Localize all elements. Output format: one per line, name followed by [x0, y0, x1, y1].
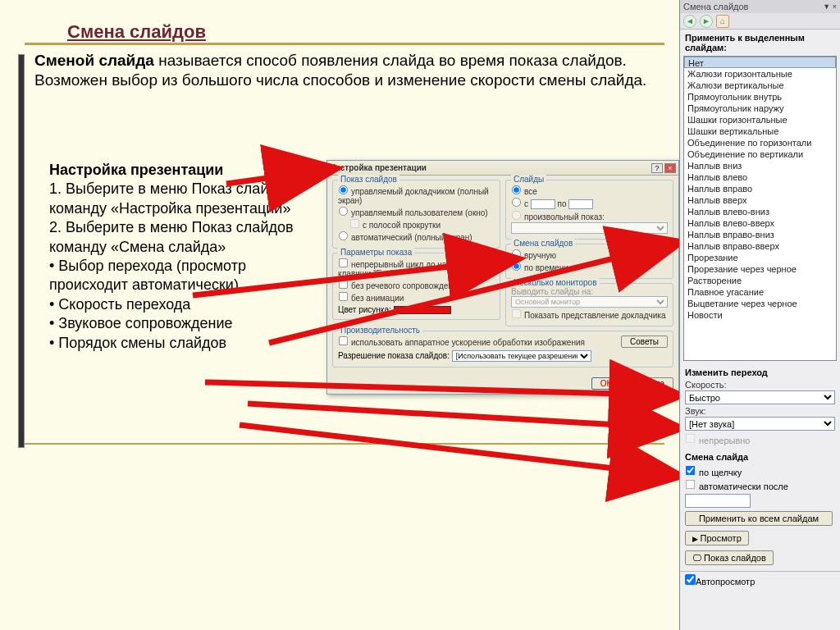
- page-title: Смена слайдов: [25, 21, 671, 43]
- fieldset-legend: Параметры показа: [338, 248, 414, 257]
- sound-select[interactable]: [Нет звука]: [685, 417, 835, 431]
- list-item[interactable]: Наплыв вправо-вниз: [684, 229, 836, 240]
- taskpane-dropdown-icon[interactable]: ▼ ×: [823, 2, 837, 11]
- resolution-select[interactable]: [Использовать текущее разрешение]: [452, 350, 591, 362]
- tips-button[interactable]: Советы: [621, 336, 668, 348]
- pen-color-swatch[interactable]: [394, 306, 451, 314]
- checkbox-loop-sound: непрерывно: [685, 436, 750, 445]
- apply-all-button[interactable]: Применить ко всем слайдам: [685, 511, 833, 526]
- intro-text: Сменой слайда называется способ появлени…: [34, 51, 658, 90]
- section-heading: Изменить переход: [680, 363, 840, 379]
- fieldset-legend: Производительность: [338, 326, 422, 335]
- speed-select[interactable]: Быстро: [685, 390, 835, 404]
- radio-auto[interactable]: автоматический (полный экран): [338, 231, 495, 242]
- list-item[interactable]: Прямоугольник наружу: [684, 103, 836, 114]
- taskpane-title: Смена слайдов: [683, 2, 748, 11]
- transitions-list[interactable]: НетЖалюзи горизонтальныеЖалюзи вертикаль…: [683, 56, 837, 361]
- checkbox-hwaccel[interactable]: использовать аппаратное ускорение обрабо…: [338, 336, 585, 347]
- list-item[interactable]: Наплыв влево-вниз: [684, 206, 836, 217]
- divider: [25, 443, 664, 445]
- list-item[interactable]: Шашки вертикальные: [684, 126, 836, 137]
- fieldset-legend: Смена слайдов: [511, 239, 575, 248]
- list-item[interactable]: Жалюзи вертикальные: [684, 80, 836, 91]
- list-item[interactable]: Плавное угасание: [684, 286, 836, 298]
- checkbox-no-voice[interactable]: без речевого сопровождения: [338, 279, 495, 290]
- list-item[interactable]: Наплыв влево-вверх: [684, 217, 836, 229]
- list-item[interactable]: Жалюзи горизонтальные: [684, 68, 836, 80]
- list-item[interactable]: Шашки горизонтальные: [684, 114, 836, 126]
- to-input[interactable]: [568, 199, 593, 209]
- list-item[interactable]: Новости: [684, 309, 836, 321]
- instructions: Настройка презентации 1. Выберите в меню…: [49, 161, 312, 353]
- from-input[interactable]: [531, 199, 555, 209]
- list-item[interactable]: Прямоугольник внутрь: [684, 91, 836, 103]
- radio-user[interactable]: управляемый пользователем (окно): [338, 206, 495, 217]
- checkbox-no-anim[interactable]: без анимации: [338, 291, 495, 303]
- checkbox-autopreview[interactable]: Автопросмотр: [685, 577, 755, 587]
- radio-range[interactable]: с по: [511, 197, 668, 209]
- ok-button[interactable]: ОК: [591, 377, 621, 390]
- checkbox-loop[interactable]: непрерывный цикл до нажатия клавиши "Esc…: [338, 258, 495, 278]
- list-item[interactable]: Наплыв вниз: [684, 160, 836, 171]
- checkbox-on-click[interactable]: по щелчку: [685, 468, 742, 477]
- preview-button[interactable]: Просмотр: [685, 531, 749, 546]
- svg-line-5: [240, 425, 678, 476]
- list-item[interactable]: Объединение по вертикали: [684, 148, 836, 160]
- radio-manual[interactable]: вручную: [511, 249, 668, 260]
- monitor-select: Основной монитор: [511, 296, 668, 308]
- custom-show-select: [511, 222, 668, 234]
- cancel-button[interactable]: Отмена: [626, 377, 673, 390]
- section-heading: Смена слайда: [680, 447, 840, 463]
- radio-timed[interactable]: по времени: [511, 261, 668, 272]
- presentation-settings-dialog: Настройка презентации ? × Показ слайдов …: [326, 160, 679, 395]
- help-icon[interactable]: ?: [651, 163, 663, 173]
- slideshow-button[interactable]: 🖵 Показ слайдов: [685, 550, 774, 565]
- fieldset-legend: Несколько мониторов: [511, 278, 600, 287]
- list-item[interactable]: Нет: [684, 57, 836, 68]
- list-item[interactable]: Выцветание через черное: [684, 298, 836, 309]
- home-icon[interactable]: ⌂: [716, 15, 729, 28]
- list-item[interactable]: Наплыв вправо-вверх: [684, 240, 836, 252]
- list-item[interactable]: Наплыв влево: [684, 171, 836, 183]
- radio-custom: произвольный показ:: [511, 210, 668, 221]
- checkbox-auto-after[interactable]: автоматически после: [685, 482, 788, 491]
- fieldset-legend: Слайды: [511, 175, 546, 184]
- dialog-title: Настройка презентации: [330, 163, 427, 172]
- list-item[interactable]: Объединение по горизонтали: [684, 137, 836, 148]
- list-item[interactable]: Растворение: [684, 275, 836, 286]
- svg-line-4: [248, 404, 678, 428]
- back-icon[interactable]: ◄: [683, 15, 696, 28]
- apply-label: Применить к выделенным слайдам:: [680, 30, 840, 54]
- checkbox-presenter-view: Показать представление докладчика: [511, 308, 668, 320]
- list-item[interactable]: Прорезание: [684, 252, 836, 263]
- forward-icon[interactable]: ►: [700, 15, 713, 28]
- list-item[interactable]: Наплыв вправо: [684, 183, 836, 194]
- radio-presenter[interactable]: управляемый докладчиком (полный экран): [338, 185, 495, 205]
- checkbox-scrollbar: с полосой прокрутки: [338, 218, 495, 230]
- list-item[interactable]: Наплыв вверх: [684, 194, 836, 206]
- divider: [25, 43, 664, 45]
- section-marker: [18, 54, 25, 448]
- fieldset-legend: Показ слайдов: [338, 175, 399, 184]
- close-icon[interactable]: ×: [664, 163, 676, 173]
- auto-after-input[interactable]: [685, 494, 751, 508]
- task-pane: Смена слайдов ▼ × ◄ ► ⌂ Применить к выде…: [679, 0, 840, 630]
- list-item[interactable]: Прорезание через черное: [684, 263, 836, 275]
- radio-all-slides[interactable]: все: [511, 185, 668, 196]
